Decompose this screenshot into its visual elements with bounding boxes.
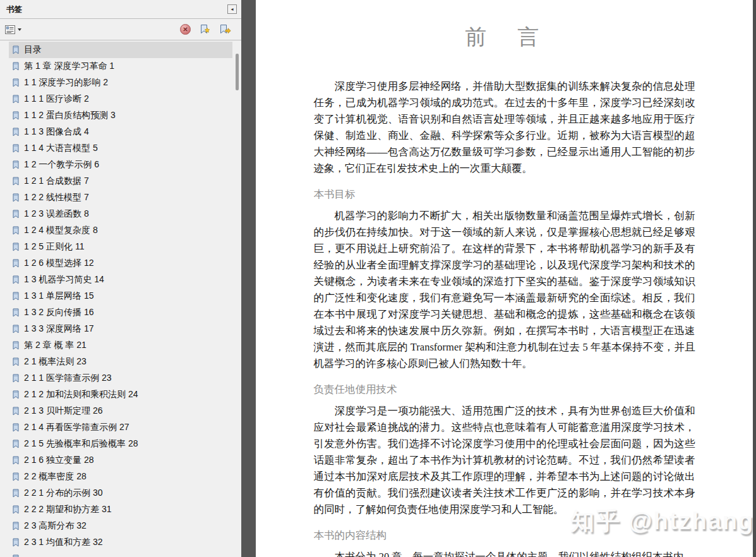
bookmark-label: 1 2 6 模型选择 12: [24, 258, 94, 269]
bookmark-label: 1 2 5 正则化 11: [24, 241, 84, 253]
bookmark-label: 2 1 4 再看医学筛查示例 27: [24, 422, 129, 433]
bookmark-label: 1 3 机器学习简史 14: [24, 274, 104, 285]
bookmark-flag-icon: [12, 440, 20, 448]
bookmark-flag-icon: [12, 78, 20, 87]
bookmark-flag-icon: [12, 456, 20, 465]
bookmark-label: 1 2 1 合成数据 7: [24, 176, 89, 187]
bookmark-item[interactable]: 1 2 3 误差函数 8: [9, 206, 232, 222]
bookmark-label: 第 1 章 深度学习革命 1: [24, 61, 114, 72]
bookmarks-panel-title: 书签: [6, 4, 22, 15]
bookmark-label: 1 3 3 深度网络 17: [24, 323, 94, 335]
bookmark-item[interactable]: 2 3 高斯分布 32: [9, 518, 232, 534]
bookmark-item[interactable]: 1 3 1 单层网络 15: [9, 288, 232, 304]
bookmark-label: 1 1 4 大语言模型 5: [24, 143, 98, 154]
document-canvas: 前 言 深度学习使用多层神经网络，并借助大型数据集的训练来解决复杂的信息处理任务…: [241, 0, 756, 557]
bookmark-item[interactable]: 1 1 1 医疗诊断 2: [9, 91, 232, 107]
bookmark-flag-icon: [12, 275, 20, 284]
paragraph: 机器学习的影响力不断扩大，相关出版物数量和涵盖范围呈爆炸式增长，创新的步伐仍在持…: [314, 208, 695, 372]
bookmark-flag-icon: [12, 62, 20, 71]
chevron-down-icon: [18, 28, 21, 31]
bookmark-flag-icon: [12, 538, 20, 547]
bookmark-flag-icon: [12, 292, 20, 301]
bookmark-item[interactable]: 1 2 6 模型选择 12: [9, 255, 232, 272]
bookmark-item[interactable]: 2 1 概率法则 23: [9, 354, 232, 370]
bookmark-list: 目录 第 1 章 深度学习革命 1 1 1 深度学习的影响 2 1 1 1 医疗…: [0, 42, 232, 557]
sidebar-scrollbar-thumb[interactable]: [236, 54, 239, 90]
bookmark-label: 1 2 4 模型复杂度 8: [24, 225, 98, 236]
bookmark-flag-icon: [12, 210, 20, 219]
bookmark-flag-icon: [12, 522, 20, 530]
collapse-panel-button[interactable]: ◂: [227, 4, 237, 14]
bookmark-item[interactable]: 第 1 章 深度学习革命 1: [9, 58, 232, 75]
bookmark-flag-icon: [12, 177, 20, 186]
bookmark-flag-icon: [12, 144, 20, 153]
bookmark-item[interactable]: 2 2 2 期望和协方差 31: [9, 501, 232, 518]
bookmark-flag-icon: [12, 554, 20, 557]
bookmark-item[interactable]: 1 2 4 模型复杂度 8: [9, 222, 232, 239]
watermark: 知乎 @htzhang: [570, 505, 753, 537]
bookmark-label: 1 2 一个教学示例 6: [24, 159, 99, 171]
bookmark-flag-icon: [12, 45, 20, 54]
bookmark-item[interactable]: 1 3 2 反向传播 16: [9, 304, 232, 321]
bookmark-flag-icon: [12, 111, 20, 120]
bookmark-label: 2 3 1 均值和方差 32: [24, 537, 103, 548]
bookmark-label: 1 2 3 误差函数 8: [24, 208, 89, 220]
bookmark-flag-icon: [12, 407, 20, 416]
bookmark-item[interactable]: 2 1 1 医学筛查示例 23: [9, 370, 232, 386]
bookmark-flag-icon: [12, 243, 20, 251]
paragraph: 深度学习是一项功能强大、适用范围广泛的技术，具有为世界创造巨大价值和应对社会最紧…: [314, 403, 695, 518]
bookmark-label: 1 1 深度学习的影响 2: [24, 77, 108, 88]
bookmark-flag-icon: [12, 95, 20, 104]
bookmark-item[interactable]: 1 2 2 线性模型 7: [9, 189, 232, 206]
bookmark-label: 1 2 2 线性模型 7: [24, 192, 89, 203]
bookmark-item[interactable]: 1 1 2 蛋白质结构预测 3: [9, 107, 232, 124]
bookmark-label: 1 3 1 单层网络 15: [24, 290, 94, 302]
bookmark-flag-icon: [12, 325, 20, 333]
bookmark-label: 目录: [24, 44, 42, 56]
page-title: 前 言: [256, 23, 753, 52]
bookmark-label: 2 3 高斯分布 32: [24, 520, 87, 532]
bookmark-item[interactable]: 2 2 1 分布的示例 30: [9, 485, 232, 501]
bookmarks-panel-header: 书签 ◂: [0, 0, 241, 19]
delete-bookmark-button[interactable]: ✕: [180, 24, 191, 35]
bookmark-item[interactable]: 1 2 5 正则化 11: [9, 239, 232, 255]
bookmark-flag-icon: [12, 259, 20, 268]
bookmark-options-button[interactable]: [5, 25, 21, 34]
bookmark-label: 2 2 1 分布的示例 30: [24, 488, 103, 499]
page-sections: 深度学习使用多层神经网络，并借助大型数据集的训练来解决复杂的信息处理任务，已成为…: [314, 78, 695, 557]
bookmark-flag-icon: [12, 357, 20, 366]
bookmark-item[interactable]: 1 2 一个教学示例 6: [9, 157, 232, 173]
bookmark-item[interactable]: 1 2 1 合成数据 7: [9, 173, 232, 189]
bookmark-flag-icon: [12, 341, 20, 350]
bookmark-flag-icon: [12, 423, 20, 432]
bookmark-flag-icon: [12, 226, 20, 235]
paragraph: 深度学习使用多层神经网络，并借助大型数据集的训练来解决复杂的信息处理任务，已成为…: [314, 78, 695, 177]
bookmark-item[interactable]: 第 2 章 概 率 21: [9, 337, 232, 354]
bookmark-flag-icon: [12, 308, 20, 317]
bookmark-label: 2 1 5 先验概率和后验概率 28: [24, 438, 138, 450]
bookmark-item[interactable]: 2 1 3 贝叶斯定理 26: [9, 403, 232, 419]
bookmark-item[interactable]: 1 3 3 深度网络 17: [9, 321, 232, 337]
bookmark-item[interactable]: 1 1 深度学习的影响 2: [9, 75, 232, 91]
bookmark-label: 第 2 章 概 率 21: [24, 340, 87, 351]
bookmark-item[interactable]: 2 3 1 均值和方差 32: [9, 534, 232, 551]
bookmark-item[interactable]: 目录: [9, 42, 232, 58]
bookmark-item[interactable]: 2 1 6 独立变量 28: [9, 452, 232, 469]
bookmark-flag-icon: [12, 505, 20, 514]
bookmark-flag-icon: [12, 128, 20, 136]
bookmark-label: 1 3 2 反向传播 16: [24, 307, 94, 318]
bookmark-item[interactable]: 2 1 2 加和法则和乘积法则 24: [9, 386, 232, 403]
bookmark-label: 2 2 概率密度 28: [24, 471, 87, 482]
bookmark-item[interactable]: 2 1 4 再看医学筛查示例 27: [9, 419, 232, 436]
bookmark-label: 2 1 6 独立变量 28: [24, 455, 94, 466]
bookmark-item[interactable]: 1 1 4 大语言模型 5: [9, 140, 232, 157]
bookmark-item[interactable]: 1 3 机器学习简史 14: [9, 272, 232, 288]
toolbar-right-group: ✕: [180, 24, 231, 35]
go-to-bookmark-button[interactable]: [219, 24, 231, 35]
bookmark-item[interactable]: [9, 551, 232, 557]
bookmark-flag-icon: [12, 193, 20, 202]
bookmark-item[interactable]: 2 1 5 先验概率和后验概率 28: [9, 436, 232, 452]
bookmark-item[interactable]: 1 1 3 图像合成 4: [9, 124, 232, 140]
bookmark-item[interactable]: 2 2 概率密度 28: [9, 469, 232, 485]
new-bookmark-button[interactable]: [199, 24, 211, 35]
